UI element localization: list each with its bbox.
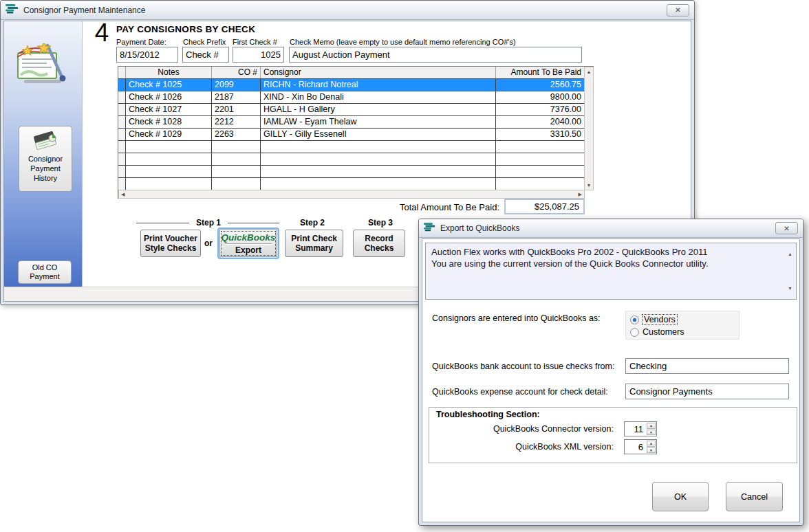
button-divider xyxy=(225,243,272,244)
consignor-type-radio-group: Vendors Customers xyxy=(625,311,740,340)
grid-indicator-header xyxy=(118,67,126,79)
spin-up-icon[interactable]: ▲ xyxy=(647,423,656,429)
step1-label: Step 1 xyxy=(191,218,226,228)
step1-line-left xyxy=(136,223,189,223)
print-voucher-button[interactable]: Print Voucher Style Checks xyxy=(140,230,201,257)
radio-row-vendors[interactable]: Vendors xyxy=(630,313,735,326)
consignor-payment-history-button[interactable]: Consignor Payment History xyxy=(19,126,72,192)
scroll-down-icon[interactable]: ▼ xyxy=(587,183,592,188)
step1-line-right xyxy=(228,223,279,223)
bank-account-input[interactable] xyxy=(625,358,789,374)
consignor-type-label: Consignors are entered into QuickBooks a… xyxy=(432,313,601,323)
app-icon xyxy=(424,222,435,234)
step-number: 4 xyxy=(87,21,116,47)
info-line-1: Auction Flex works with QuickBooks Pro 2… xyxy=(431,246,779,258)
magic-check-icon xyxy=(16,43,68,89)
check-prefix-label: Check Prefix xyxy=(183,38,226,46)
check-memo-input[interactable] xyxy=(289,47,582,63)
dialog-title: Export to QuickBooks xyxy=(440,223,519,233)
first-check-input[interactable] xyxy=(233,47,284,63)
col-header-consignor: Consignor xyxy=(261,67,496,79)
table-row-empty xyxy=(118,166,594,178)
close-icon[interactable]: ✕ xyxy=(775,222,798,234)
quickbooks-logo: QuickBooks xyxy=(222,232,276,243)
bank-account-label: QuickBooks bank account to issue checks … xyxy=(432,362,614,371)
screen: Consignor Payment Maintenance ✕ xyxy=(0,0,809,532)
total-value: $25,087.25 xyxy=(504,199,585,214)
sidebar: Consignor Payment History Old CO Payment xyxy=(4,21,83,287)
spin-down-icon[interactable]: ▼ xyxy=(647,447,656,454)
xml-version-value: 6 xyxy=(625,440,646,454)
connector-version-label: QuickBooks Connector version: xyxy=(449,424,614,434)
xml-version-label: QuickBooks XML version: xyxy=(449,442,614,452)
window-title: Consignor Payment Maintenance xyxy=(23,5,145,15)
radio-row-customers[interactable]: Customers xyxy=(630,326,735,338)
ok-button[interactable]: OK xyxy=(652,482,709,511)
total-label: Total Amount To Be Paid: xyxy=(293,202,499,212)
xml-version-stepper[interactable]: 6 ▲ ▼ xyxy=(624,439,657,454)
record-checks-button[interactable]: Record Checks xyxy=(353,230,405,257)
oldco-button-label-2: Payment xyxy=(30,272,59,281)
connector-version-stepper[interactable]: 11 ▲ ▼ xyxy=(624,421,657,436)
cancel-button[interactable]: Cancel xyxy=(726,482,783,511)
app-icon xyxy=(6,3,19,16)
grid-horizontal-scrollbar[interactable]: ◀ ▶ xyxy=(118,190,585,199)
main-titlebar[interactable]: Consignor Payment Maintenance ✕ xyxy=(1,1,694,20)
first-check-label: First Check # xyxy=(233,38,277,46)
info-line-2: You are using the current version of the… xyxy=(431,258,779,269)
export-to-quickbooks-dialog: Export to QuickBooks ✕ Auction Flex work… xyxy=(418,219,803,526)
connector-version-value: 11 xyxy=(625,422,646,436)
scroll-up-icon[interactable]: ▲ xyxy=(587,69,592,74)
scroll-up-icon[interactable]: ▲ xyxy=(788,248,792,260)
check-prefix-input[interactable] xyxy=(182,47,229,63)
history-button-label-2: Payment xyxy=(19,164,72,173)
history-button-label-1: Consignor xyxy=(19,154,72,164)
table-row-empty xyxy=(118,153,594,166)
payment-date-input[interactable] xyxy=(116,47,178,63)
quickbooks-info-text[interactable]: Auction Flex works with QuickBooks Pro 2… xyxy=(425,243,797,300)
check-memo-label: Check Memo (leave empty to use default m… xyxy=(290,38,516,46)
col-header-amount: Amount To Be Paid xyxy=(496,67,585,79)
table-row-empty xyxy=(118,178,594,190)
payment-date-label: Payment Date: xyxy=(116,38,166,46)
step3-label: Step 3 xyxy=(360,218,401,228)
table-row[interactable]: Check # 1029 2263 GILLY - Gilly Essenell… xyxy=(118,129,594,141)
grid-vertical-scrollbar[interactable]: ▲ ▼ xyxy=(584,67,594,190)
expense-account-label: QuickBooks expense account for check det… xyxy=(432,387,608,397)
dialog-titlebar[interactable]: Export to QuickBooks ✕ xyxy=(419,219,803,238)
print-check-summary-button[interactable]: Print Check Summary xyxy=(285,230,343,257)
col-header-notes: Notes xyxy=(126,67,212,79)
spin-down-icon[interactable]: ▼ xyxy=(647,430,656,436)
radio-customers[interactable] xyxy=(630,328,639,337)
page-title: PAY CONSIGNORS BY CHECK xyxy=(116,24,255,34)
quickbooks-export-button[interactable]: QuickBooks Export xyxy=(219,230,277,257)
troubleshooting-section: Troubleshooting Section: QuickBooks Conn… xyxy=(429,407,797,463)
checkbook-icon xyxy=(32,145,58,153)
oldco-button-label-1: Old CO xyxy=(32,263,58,272)
step2-label: Step 2 xyxy=(292,218,333,228)
expense-account-input[interactable] xyxy=(625,384,789,399)
table-row[interactable]: Check # 1026 2187 XIND - Xin Bo Denali 9… xyxy=(118,91,594,104)
table-row[interactable]: Check # 1027 2201 HGALL - H Gallery 7376… xyxy=(118,104,594,116)
close-icon[interactable]: ✕ xyxy=(667,4,689,16)
radio-customers-label[interactable]: Customers xyxy=(643,327,684,337)
radio-vendors-label[interactable]: Vendors xyxy=(643,315,677,324)
radio-vendors[interactable] xyxy=(630,315,639,324)
col-header-co: CO # xyxy=(212,67,261,79)
table-row-empty xyxy=(118,141,594,153)
history-button-label-3: History xyxy=(19,173,72,183)
troubleshooting-title: Troubleshooting Section: xyxy=(436,410,540,419)
scroll-right-icon[interactable]: ▶ xyxy=(579,192,582,197)
grid-header-row: Notes CO # Consignor Amount To Be Paid xyxy=(118,67,594,79)
table-row[interactable]: Check # 1025 2099 RICHN - Richard Notrea… xyxy=(118,79,594,91)
dialog-client-area: Auction Flex works with QuickBooks Pro 2… xyxy=(422,239,800,522)
or-label: or xyxy=(204,239,213,248)
old-co-payment-button[interactable]: Old CO Payment xyxy=(18,261,72,284)
table-row[interactable]: Check # 1028 2212 IAMLAW - Eyam Thelaw 2… xyxy=(118,116,594,129)
scroll-left-icon[interactable]: ◀ xyxy=(121,192,125,197)
consignor-grid: Notes CO # Consignor Amount To Be Paid C… xyxy=(118,66,594,199)
quickbooks-export-button-focus: QuickBooks Export xyxy=(217,228,279,259)
spin-up-icon[interactable]: ▲ xyxy=(647,441,656,447)
scroll-down-icon[interactable]: ▼ xyxy=(788,282,792,294)
